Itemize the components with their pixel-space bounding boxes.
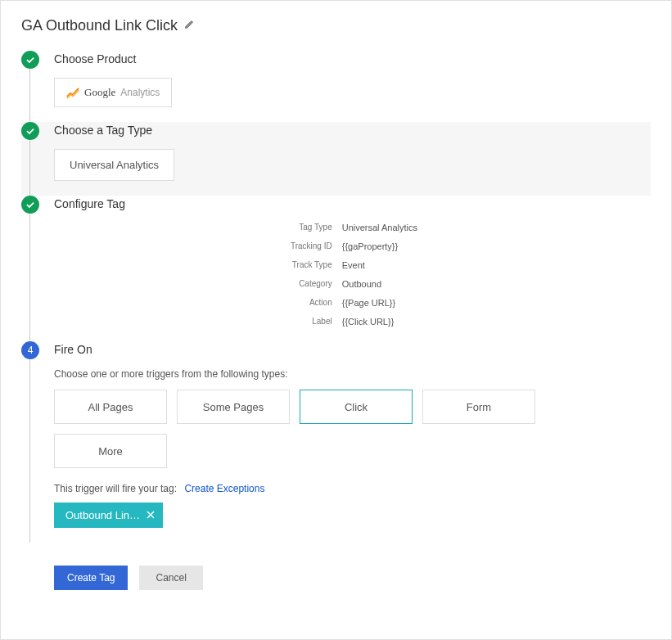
config-label-val: {{Click URL}}: [342, 317, 651, 327]
product-brand-strong: Google: [84, 86, 115, 99]
trigger-button-form[interactable]: Form: [422, 390, 535, 424]
config-category-val: Outbound: [342, 279, 651, 289]
config-trackingid-key: Tracking ID: [57, 241, 332, 251]
step-done-icon: [21, 196, 39, 214]
chip-label: Outbound Lin…: [65, 509, 140, 521]
step-done-icon: [21, 122, 39, 140]
config-tagtype-val: Universal Analytics: [342, 223, 651, 232]
config-table: Tag Type Universal Analytics Tracking ID…: [57, 223, 651, 327]
config-tracktype-val: Event: [342, 260, 651, 270]
config-trackingid-val: {{gaProperty}}: [342, 241, 651, 251]
trigger-button-click[interactable]: Click: [300, 390, 413, 424]
step-heading-tagtype: Choose a Tag Type: [54, 124, 651, 137]
product-brand-light: Analytics: [120, 87, 160, 98]
trigger-button-some-pages[interactable]: Some Pages: [177, 390, 290, 424]
fire-hint: Choose one or more triggers from the fol…: [54, 368, 651, 380]
step-number-marker: 4: [21, 341, 39, 359]
config-category-key: Category: [57, 279, 332, 289]
step-heading-configure: Configure Tag: [54, 197, 651, 210]
close-icon[interactable]: [147, 509, 155, 521]
trigger-button-more[interactable]: More: [54, 434, 167, 468]
cancel-button[interactable]: Cancel: [139, 566, 202, 590]
trigger-chip-outbound[interactable]: Outbound Lin…: [54, 503, 163, 528]
tagtype-value: Universal Analytics: [70, 159, 159, 171]
trigger-button-all-pages[interactable]: All Pages: [54, 390, 167, 424]
config-tagtype-key: Tag Type: [57, 223, 332, 232]
config-action-val: {{Page URL}}: [342, 298, 651, 308]
create-tag-button[interactable]: Create Tag: [54, 566, 128, 590]
page-title: GA Outbound Link Click: [21, 17, 178, 34]
step-heading-fire: Fire On: [54, 343, 651, 356]
config-action-key: Action: [57, 298, 332, 308]
config-label-key: Label: [57, 317, 332, 327]
edit-icon[interactable]: [184, 20, 194, 32]
create-exceptions-link[interactable]: Create Exceptions: [184, 483, 264, 494]
google-analytics-icon: [66, 86, 79, 99]
product-tile-google-analytics[interactable]: Google Analytics: [54, 78, 172, 107]
tagtype-tile[interactable]: Universal Analytics: [54, 149, 174, 181]
fire-note-prefix: This trigger will fire your tag:: [54, 483, 177, 494]
config-tracktype-key: Track Type: [57, 260, 332, 270]
step-done-icon: [21, 51, 39, 69]
step-heading-product: Choose Product: [54, 52, 651, 65]
